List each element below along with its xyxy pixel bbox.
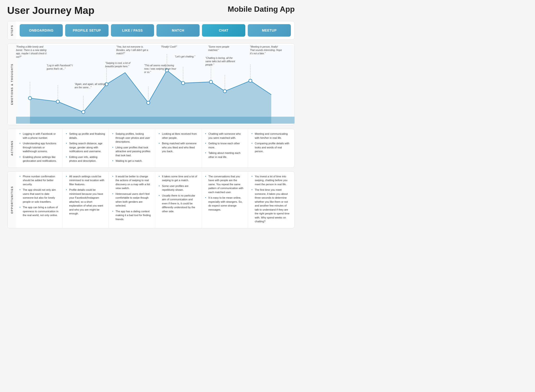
opportunities-item-1-1: Profile details could be minimised becau… xyxy=(66,188,105,216)
header: User Journey Map Mobile Dating App xyxy=(7,5,295,16)
opportunities-item-3-2: Usually there is no particular aim of co… xyxy=(159,194,198,213)
quote-4: "Yea, but not everyone is. Besides, why … xyxy=(116,45,149,55)
quote-5: "This all seems really boring now, I was… xyxy=(144,64,177,74)
svg-point-15 xyxy=(181,81,185,85)
actions-item-0-1: Understanding app functions through tuto… xyxy=(19,141,59,153)
opportunities-item-2-2: The app has a dating context making it a… xyxy=(112,209,152,221)
actions-item-4-1: Getting to know each other more. xyxy=(205,141,245,149)
actions-item-4-2: Talking about meeting each other in real… xyxy=(205,151,245,159)
actions-cell-0: Logging in with Facebook or with a phone… xyxy=(16,129,63,168)
opportunities-item-4-1: It is easy to be mean online, especially… xyxy=(205,196,245,212)
actions-cell-1: Setting up profile and finalising detail… xyxy=(63,129,109,168)
svg-point-7 xyxy=(82,110,85,114)
opportunities-label: OPPORTUNITIES xyxy=(7,172,16,228)
page-title: User Journey Map xyxy=(7,5,94,16)
step-like---pass[interactable]: LIKE / PASS xyxy=(111,24,154,37)
actions-item-0-0: Logging in with Facebook or with a phone… xyxy=(19,132,59,140)
opportunities-grid: Phone number confirmation should be adde… xyxy=(16,172,294,228)
opportunities-cell-0: Phone number confirmation should be adde… xyxy=(16,172,63,228)
quote-3: "Swiping is cool, a lot of beautiful peo… xyxy=(105,62,138,68)
actions-grid: Logging in with Facebook or with a phone… xyxy=(16,129,294,168)
svg-point-3 xyxy=(28,96,32,100)
actions-cell-5: Meeting and communicating with him/her i… xyxy=(248,129,294,168)
svg-point-17 xyxy=(209,80,213,84)
actions-section: ACTIONS Logging in with Facebook or with… xyxy=(7,129,295,168)
emotions-label: EMOTIONS & THOUGHTS xyxy=(7,44,16,125)
opportunities-cell-5: You invest a lot of time into swiping, c… xyxy=(248,172,294,228)
actions-item-2-2: Waiting to get a match. xyxy=(112,159,152,163)
opportunities-cell-3: It takes some time and a lot of swiping … xyxy=(155,172,202,228)
quote-9: "Chatting is boring, all the same talks … xyxy=(205,56,238,67)
opportunities-item-3-0: It takes some time and a lot of swiping … xyxy=(159,174,198,182)
actions-item-1-0: Setting up profile and finalising detail… xyxy=(66,132,105,140)
svg-point-5 xyxy=(56,100,60,103)
actions-item-3-1: Being matched with someone who you liked… xyxy=(159,141,198,153)
opportunities-cell-2: It would be better to change the actions… xyxy=(109,172,155,228)
opportunities-item-2-1: Heterosexual users don't feel comfortabl… xyxy=(112,192,152,208)
opportunities-item-0-1: The app should not only aim users that w… xyxy=(19,188,59,204)
actions-item-1-2: Editing user info, adding photos and des… xyxy=(66,155,105,163)
step-onboarding[interactable]: ONBOARDING xyxy=(20,24,63,37)
svg-point-21 xyxy=(249,79,252,83)
opportunities-item-2-0: It would be better to change the actions… xyxy=(112,174,152,190)
emotions-section: EMOTIONS & THOUGHTS "Feeling a little lo… xyxy=(7,43,295,125)
steps-label: STEPS xyxy=(7,21,16,39)
opportunities-item-3-1: Some user profiles are repetitively show… xyxy=(159,184,198,192)
opportunities-item-5-0: You invest a lot of time into swiping, c… xyxy=(251,174,291,186)
actions-item-2-1: Liking user profiles that look attractiv… xyxy=(112,146,152,157)
opportunities-item-5-1: The first time you meet someone, it take… xyxy=(251,188,291,224)
actions-item-0-2: Enabling phone settings like geolocation… xyxy=(19,155,59,163)
step-profile-setup[interactable]: PROFILE SETUP xyxy=(65,24,108,37)
quote-1: "Log in with Facebook? I guess that's ok… xyxy=(47,64,79,71)
opportunities-item-0-0: Phone number confirmation should be adde… xyxy=(19,174,59,186)
actions-item-5-0: Meeting and communicating with him/her i… xyxy=(251,132,291,140)
actions-item-2-0: Swiping profiles, looking through user p… xyxy=(112,132,152,144)
opportunities-cell-1: All search settings could be minimised t… xyxy=(63,172,109,228)
quote-10: "Meeting in person, finally! That sounds… xyxy=(250,45,282,55)
emotions-content: "Feeling a little lonely and bored. Ther… xyxy=(16,44,294,125)
opportunities-section: OPPORTUNITIES Phone number confirmation … xyxy=(7,171,295,228)
steps-section: STEPS ONBOARDINGPROFILE SETUPLIKE / PASS… xyxy=(7,21,295,40)
actions-item-4-0: Chatting with someone who you were match… xyxy=(205,132,245,140)
actions-cell-3: Looking at likes received from other peo… xyxy=(155,129,202,168)
steps-grid: ONBOARDINGPROFILE SETUPLIKE / PASSMATCHC… xyxy=(16,21,294,39)
quote-6: "Finally! Cool!!" xyxy=(161,45,177,49)
actions-item-5-1: Comparing profile details with looks and… xyxy=(251,141,291,153)
svg-point-19 xyxy=(223,90,227,93)
svg-point-11 xyxy=(147,101,150,105)
app-name: Mobile Dating App xyxy=(228,5,295,14)
quote-8: "Some more people matched." xyxy=(208,45,241,52)
opportunities-cell-4: The conversations that you have with peo… xyxy=(202,172,248,228)
actions-cell-4: Chatting with someone who you were match… xyxy=(202,129,248,168)
actions-item-3-0: Looking at likes received from other peo… xyxy=(159,132,198,140)
step-match[interactable]: MATCH xyxy=(156,24,200,37)
actions-item-1-1: Setting search distance, age range, gend… xyxy=(66,141,105,153)
quote-7: "Let's get chatting." xyxy=(175,55,195,58)
quote-0: "Feeling a little lonely and bored. Ther… xyxy=(16,45,48,59)
opportunities-item-4-0: The conversations that you have with peo… xyxy=(205,174,245,194)
step-meetup[interactable]: MEETUP xyxy=(248,24,291,37)
step-chat[interactable]: CHAT xyxy=(202,24,245,37)
actions-label: ACTIONS xyxy=(7,129,16,168)
svg-rect-1 xyxy=(16,117,294,124)
opportunities-item-0-2: The app can bring a culture of openness … xyxy=(19,205,59,217)
opportunities-item-1-0: All search settings could be minimised t… xyxy=(66,174,105,186)
quote-2: "Again, and again, all settings are the … xyxy=(75,83,107,89)
emotions-chart: "Feeling a little lonely and bored. Ther… xyxy=(16,44,294,125)
actions-cell-2: Swiping profiles, looking through user p… xyxy=(109,129,155,168)
